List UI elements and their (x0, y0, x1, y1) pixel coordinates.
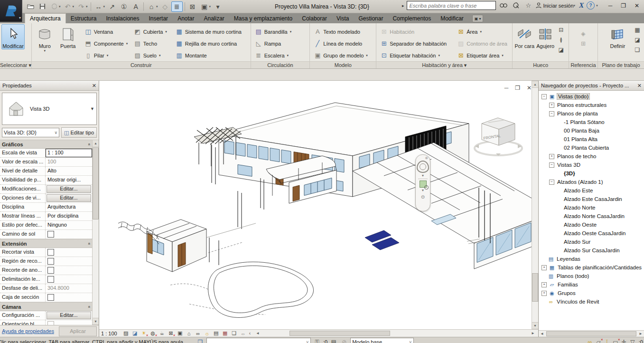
muro-button[interactable]: Muro▾ (33, 24, 56, 52)
tab-vista[interactable]: Vista (332, 14, 354, 23)
property-group-header[interactable]: Cámara« (0, 302, 92, 311)
collapse-group-icon[interactable]: « (86, 143, 91, 145)
panel-caption-hueco[interactable]: Hueco (513, 61, 569, 68)
property-value[interactable] (46, 320, 92, 325)
property-value[interactable]: Alto (46, 167, 92, 175)
navbar-close-icon[interactable]: ⊗ (425, 156, 428, 160)
sync-icon[interactable] (48, 1, 60, 12)
exchange-apps-icon[interactable]: X (579, 1, 584, 10)
undo-icon[interactable]: ↶ (62, 1, 74, 12)
panel-caption-habitacion[interactable]: Habitación y área ▾ (376, 61, 512, 68)
tab-modificar[interactable]: Modificar (436, 14, 468, 23)
tree-item--3d-[interactable]: {3D} (539, 169, 644, 178)
tree-item-familias[interactable]: +▱Familias (539, 280, 644, 289)
property-value[interactable] (46, 248, 92, 257)
zoom-menu-arrow-icon[interactable]: ▼ (421, 189, 425, 192)
tree-item-alzado-este-casajardin[interactable]: Alzado Este CasaJardin (539, 195, 644, 203)
sun-path-icon[interactable]: ☀ (140, 330, 148, 336)
model-drawing[interactable] (99, 81, 533, 329)
tag-room-button[interactable]: ⊡Etiquetar habitación▾ (378, 49, 455, 61)
dropdown-arrow-icon[interactable]: ▾ (290, 30, 292, 34)
type-selector[interactable]: Vista 3D ▼ (2, 93, 97, 125)
set-workplane-button[interactable]: Definir (606, 24, 629, 49)
property-value[interactable] (46, 257, 92, 266)
collapse-group-icon[interactable]: « (86, 242, 91, 245)
checkbox[interactable] (47, 258, 54, 265)
tree-item-vistas-todo-[interactable]: −▣Vistas (todo) (539, 92, 644, 101)
lock-3d-view-icon[interactable]: ⌂ (185, 330, 193, 336)
expand-icon[interactable]: + (541, 291, 547, 296)
aligned-dimension-icon[interactable]: ↗ (106, 1, 118, 12)
worksets-icon[interactable]: ❒ (196, 338, 205, 343)
workplane-viewer-icon[interactable]: ◪ (633, 36, 642, 44)
properties-help-link[interactable]: Ayuda de propiedades (2, 328, 54, 334)
collapse-icon[interactable]: − (549, 180, 554, 185)
default-3d-view-icon[interactable]: ⌂ (146, 1, 157, 12)
tree-item-planos-de-planta[interactable]: −Planos de planta (539, 109, 644, 118)
help-icon[interactable]: ? (587, 1, 595, 10)
area-button[interactable]: ⊠Área▾ (455, 26, 511, 38)
tree-item-alzado-sur[interactable]: Alzado Sur (539, 238, 644, 246)
close-button[interactable]: ✕ (635, 2, 639, 9)
tree-item-00-planta-baja[interactable]: 00 Planta Baja (539, 126, 644, 135)
curtain-grid-button[interactable]: ▦Rejilla de muro cortina (173, 38, 249, 49)
ribbon-display-toggle[interactable]: ▣▾ (472, 15, 484, 22)
floor-button[interactable]: ▨Suelo▾ (131, 49, 173, 61)
thin-lines-icon[interactable]: ≣ (171, 1, 183, 12)
expand-icon[interactable]: + (549, 154, 554, 159)
select-by-face-icon[interactable]: ▭ (611, 338, 620, 343)
reveal-constraints-icon[interactable]: ⇔ (239, 330, 247, 336)
hscroll-left-icon[interactable]: ◄ (254, 331, 261, 335)
window-button[interactable]: ◫Ventana (82, 26, 131, 38)
search-icon[interactable] (499, 1, 508, 10)
properties-header[interactable]: Propiedades ✕ (0, 81, 99, 91)
property-value[interactable] (46, 293, 92, 302)
model-text-button[interactable]: ATexto modelado (311, 26, 370, 38)
panel-caption-circulacion[interactable]: Circulación (251, 61, 310, 68)
property-value[interactable]: Editar... (46, 185, 92, 193)
property-value[interactable]: Ninguno (46, 221, 92, 229)
collapse-group-icon[interactable]: « (86, 305, 91, 308)
text-icon[interactable]: A (130, 1, 141, 12)
temporary-view-properties-icon[interactable]: ▤ (212, 330, 220, 336)
tab-gestionar[interactable]: Gestionar (354, 14, 388, 23)
project-browser-header[interactable]: Navegador de proyectos - Proyecto ... ✕ (539, 81, 644, 91)
infocenter-collapse-icon[interactable]: ▸ (402, 3, 404, 8)
railing-button[interactable]: ▤Barandilla▾ (252, 26, 294, 38)
property-value[interactable] (46, 266, 92, 275)
panel-caption-seleccionar[interactable]: Seleccionar ▾ (0, 61, 31, 68)
tab-complementos[interactable]: Complementos (388, 14, 436, 23)
canvas-scroll-up-icon[interactable]: ▲ (532, 81, 538, 88)
dropdown-arrow-icon[interactable]: ▾ (366, 54, 368, 57)
canvas-vscroll-thumb[interactable] (532, 273, 538, 302)
collapse-icon[interactable]: − (549, 111, 554, 116)
switch-windows-icon[interactable]: ▣ (199, 1, 210, 12)
zoom-region-icon[interactable] (420, 181, 427, 188)
detail-level-icon[interactable]: ▨ (122, 330, 130, 336)
tree-item-alzado-sur-casajardin[interactable]: Alzado Sur CasaJardin (539, 246, 644, 255)
instance-selector[interactable]: Vista 3D: {3D} ∨ (2, 128, 59, 137)
shaft-opening-button[interactable]: Agujero (535, 24, 556, 49)
tag-area-button[interactable]: ⊠Etiquetar área▾ (455, 49, 511, 61)
drag-on-selection-icon[interactable]: ✛ (620, 338, 628, 343)
view-restore-icon[interactable]: ❐ (515, 85, 520, 91)
property-value[interactable]: Mostrar origi... (46, 176, 92, 184)
close-hidden-windows-icon[interactable]: ⊠ (187, 1, 198, 12)
stair-button[interactable]: ≣Escalera▾ (252, 49, 294, 61)
edit-button[interactable]: Editar... (47, 312, 91, 319)
checkbox[interactable] (47, 294, 54, 301)
save-icon[interactable] (37, 1, 48, 12)
hscroll-right-icon[interactable]: ► (530, 331, 536, 335)
tag-by-category-icon[interactable]: ① (118, 1, 130, 12)
dropdown-arrow-icon[interactable]: ▾ (44, 49, 46, 52)
redo-icon[interactable]: ↷ (75, 1, 87, 12)
browser-hscroll-left-icon[interactable]: ◄ (539, 332, 545, 336)
edit-type-button[interactable]: ◫ Editar tipo (61, 127, 97, 138)
property-value[interactable]: 304.8000 (46, 284, 92, 293)
checkbox[interactable] (47, 231, 54, 238)
communication-center-icon[interactable] (511, 1, 521, 10)
opening-by-face-button[interactable]: Por cara (514, 24, 535, 49)
model-group-button[interactable]: ▣Grupo de modelo▾ (311, 49, 370, 61)
dropdown-arrow-icon[interactable]: ▾ (107, 54, 109, 57)
active-design-option-combo[interactable]: Modelo base ∨ (350, 338, 414, 343)
